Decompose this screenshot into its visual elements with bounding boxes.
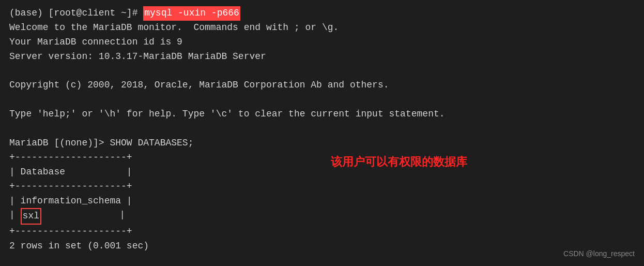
terminal-row-information-schema: | information_schema | [9,194,635,209]
welcome-text: Welcome to the MariaDB monitor. Commands… [9,21,339,35]
terminal-line-copyright: Copyright (c) 2000, 2018, Oracle, MariaD… [9,78,635,93]
terminal-window: (base) [root@client ~]# mysql -uxin -p66… [0,0,644,266]
prompt-text: (base) [root@client ~]# [9,6,143,21]
row2-suffix: | [41,208,125,225]
sep1-text: +--------------------+ [9,151,132,165]
terminal-line-welcome: Welcome to the MariaDB monitor. Commands… [9,21,635,35]
header-text: | Database | [9,165,132,180]
copyright-text: Copyright (c) 2000, 2018, Oracle, MariaD… [9,78,389,93]
terminal-line-header: | Database | [9,165,635,180]
terminal-separator-2: +--------------------+ [9,180,635,194]
query-text: MariaDB [(none)]> SHOW DATABASES; [9,136,193,151]
blank-line-3 [9,122,635,136]
terminal-line-prompt: (base) [root@client ~]# mysql -uxin -p66… [9,6,635,21]
blank-line-2 [9,93,635,107]
terminal-result: 2 rows in set (0.001 sec) [9,239,635,254]
terminal-separator-1: +--------------------+ [9,151,635,165]
help-text: Type 'help;' or '\h' for help. Type '\c'… [9,107,445,122]
row1-text: | information_schema | [9,194,132,209]
terminal-row-sxl: | sxl | [9,208,635,225]
sxl-highlight: sxl [21,208,41,225]
connection-text: Your MariaDB connection id is 9 [9,35,182,50]
command-highlight: mysql -uxin -p666 [143,6,240,21]
version-text: Server version: 10.3.17-MariaDB MariaDB … [9,50,266,64]
row2-prefix: | [9,208,21,225]
result-text: 2 rows in set (0.001 sec) [9,239,149,254]
blank-line-1 [9,64,635,79]
terminal-line-connection: Your MariaDB connection id is 9 [9,35,635,50]
sep3-text: +--------------------+ [9,225,132,239]
terminal-line-query: MariaDB [(none)]> SHOW DATABASES; [9,136,635,151]
terminal-separator-3: +--------------------+ [9,225,635,239]
terminal-line-help: Type 'help;' or '\h' for help. Type '\c'… [9,107,635,122]
annotation-text: 该用户可以有权限的数据库 [331,153,467,171]
sep2-text: +--------------------+ [9,180,132,194]
watermark-text: CSDN @long_respect [563,248,635,260]
terminal-line-version: Server version: 10.3.17-MariaDB MariaDB … [9,50,635,64]
